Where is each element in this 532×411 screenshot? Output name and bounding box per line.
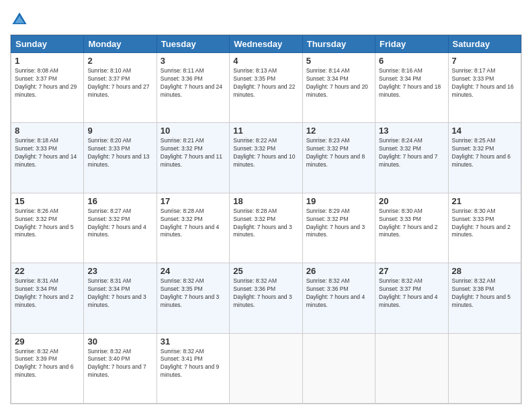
calendar-cell: 6Sunrise: 8:16 AMSunset: 3:34 PMDaylight… [375,53,448,123]
day-number: 15 [15,196,80,206]
day-info: Sunrise: 8:28 AMSunset: 3:32 PMDaylight:… [233,208,298,240]
header-cell-monday: Monday [84,36,157,53]
header-cell-saturday: Saturday [448,36,521,53]
calendar-cell: 15Sunrise: 8:26 AMSunset: 3:32 PMDayligh… [11,193,84,263]
day-number: 26 [306,266,371,276]
day-number: 11 [233,126,298,136]
day-info: Sunrise: 8:32 AMSunset: 3:38 PMDaylight:… [452,277,517,310]
day-number: 28 [452,266,517,276]
day-number: 14 [452,126,517,136]
day-number: 25 [233,266,298,276]
day-info: Sunrise: 8:32 AMSunset: 3:36 PMDaylight:… [233,277,298,310]
calendar-cell: 3Sunrise: 8:11 AMSunset: 3:36 PMDaylight… [157,53,229,123]
day-number: 8 [15,126,80,136]
calendar-cell: 29Sunrise: 8:32 AMSunset: 3:39 PMDayligh… [11,333,84,403]
day-info: Sunrise: 8:24 AMSunset: 3:32 PMDaylight:… [379,137,444,169]
calendar-body: 1Sunrise: 8:08 AMSunset: 3:37 PMDaylight… [11,53,521,404]
calendar-cell: 14Sunrise: 8:25 AMSunset: 3:32 PMDayligh… [448,123,521,193]
calendar-cell: 7Sunrise: 8:17 AMSunset: 3:33 PMDaylight… [448,53,521,123]
calendar-header: SundayMondayTuesdayWednesdayThursdayFrid… [11,36,521,53]
day-info: Sunrise: 8:27 AMSunset: 3:32 PMDaylight:… [87,208,152,240]
calendar-cell: 10Sunrise: 8:21 AMSunset: 3:32 PMDayligh… [157,123,229,193]
header-cell-sunday: Sunday [11,36,84,53]
header-cell-friday: Friday [375,36,448,53]
calendar-cell: 18Sunrise: 8:28 AMSunset: 3:32 PMDayligh… [230,193,302,263]
calendar-row: 8Sunrise: 8:18 AMSunset: 3:33 PMDaylight… [11,123,521,193]
header-row: SundayMondayTuesdayWednesdayThursdayFrid… [11,36,521,53]
calendar-cell: 12Sunrise: 8:23 AMSunset: 3:32 PMDayligh… [302,123,375,193]
day-number: 18 [233,196,298,206]
day-info: Sunrise: 8:28 AMSunset: 3:32 PMDaylight:… [161,208,226,240]
calendar-cell: 20Sunrise: 8:30 AMSunset: 3:33 PMDayligh… [375,193,448,263]
day-number: 10 [161,126,226,136]
header [10,10,522,29]
day-info: Sunrise: 8:32 AMSunset: 3:41 PMDaylight:… [161,348,226,380]
day-number: 1 [15,56,80,66]
day-number: 6 [379,56,444,66]
calendar-cell: 22Sunrise: 8:31 AMSunset: 3:34 PMDayligh… [11,263,84,333]
calendar: SundayMondayTuesdayWednesdayThursdayFrid… [10,34,522,404]
page: SundayMondayTuesdayWednesdayThursdayFrid… [0,0,532,411]
header-cell-tuesday: Tuesday [157,36,229,53]
day-info: Sunrise: 8:32 AMSunset: 3:36 PMDaylight:… [306,277,371,310]
calendar-cell: 23Sunrise: 8:31 AMSunset: 3:34 PMDayligh… [84,263,157,333]
day-number: 12 [306,126,371,136]
calendar-cell: 21Sunrise: 8:30 AMSunset: 3:33 PMDayligh… [448,193,521,263]
day-info: Sunrise: 8:32 AMSunset: 3:37 PMDaylight:… [379,277,444,310]
calendar-cell: 1Sunrise: 8:08 AMSunset: 3:37 PMDaylight… [11,53,84,123]
calendar-cell [230,333,302,403]
day-info: Sunrise: 8:23 AMSunset: 3:32 PMDaylight:… [306,137,371,169]
calendar-cell: 2Sunrise: 8:10 AMSunset: 3:37 PMDaylight… [84,53,157,123]
calendar-cell: 31Sunrise: 8:32 AMSunset: 3:41 PMDayligh… [157,333,229,403]
header-cell-wednesday: Wednesday [230,36,302,53]
day-info: Sunrise: 8:08 AMSunset: 3:37 PMDaylight:… [15,67,80,99]
day-number: 13 [379,126,444,136]
calendar-row: 15Sunrise: 8:26 AMSunset: 3:32 PMDayligh… [11,193,521,263]
calendar-cell: 5Sunrise: 8:14 AMSunset: 3:34 PMDaylight… [302,53,375,123]
day-info: Sunrise: 8:32 AMSunset: 3:39 PMDaylight:… [15,348,80,380]
day-number: 17 [161,196,226,206]
day-number: 22 [15,266,80,276]
calendar-cell: 9Sunrise: 8:20 AMSunset: 3:33 PMDaylight… [84,123,157,193]
calendar-cell: 4Sunrise: 8:13 AMSunset: 3:35 PMDaylight… [230,53,302,123]
calendar-cell: 17Sunrise: 8:28 AMSunset: 3:32 PMDayligh… [157,193,229,263]
calendar-cell: 24Sunrise: 8:32 AMSunset: 3:35 PMDayligh… [157,263,229,333]
day-number: 27 [379,266,444,276]
day-number: 2 [87,56,152,66]
calendar-cell: 25Sunrise: 8:32 AMSunset: 3:36 PMDayligh… [230,263,302,333]
calendar-cell: 26Sunrise: 8:32 AMSunset: 3:36 PMDayligh… [302,263,375,333]
day-number: 19 [306,196,371,206]
calendar-table: SundayMondayTuesdayWednesdayThursdayFrid… [11,35,521,404]
calendar-cell [302,333,375,403]
day-info: Sunrise: 8:20 AMSunset: 3:33 PMDaylight:… [87,137,152,169]
day-info: Sunrise: 8:29 AMSunset: 3:32 PMDaylight:… [306,208,371,240]
day-info: Sunrise: 8:17 AMSunset: 3:33 PMDaylight:… [452,67,517,99]
day-info: Sunrise: 8:22 AMSunset: 3:32 PMDaylight:… [233,137,298,169]
day-info: Sunrise: 8:31 AMSunset: 3:34 PMDaylight:… [15,277,80,310]
day-number: 7 [452,56,517,66]
day-number: 23 [87,266,152,276]
calendar-cell: 11Sunrise: 8:22 AMSunset: 3:32 PMDayligh… [230,123,302,193]
day-number: 30 [87,336,152,347]
day-number: 4 [233,56,298,66]
day-info: Sunrise: 8:26 AMSunset: 3:32 PMDaylight:… [15,208,80,240]
calendar-cell: 30Sunrise: 8:32 AMSunset: 3:40 PMDayligh… [84,333,157,403]
day-info: Sunrise: 8:25 AMSunset: 3:32 PMDaylight:… [452,137,517,169]
day-info: Sunrise: 8:32 AMSunset: 3:35 PMDaylight:… [161,277,226,310]
day-info: Sunrise: 8:30 AMSunset: 3:33 PMDaylight:… [379,208,444,240]
day-number: 16 [87,196,152,206]
day-info: Sunrise: 8:21 AMSunset: 3:32 PMDaylight:… [161,137,226,169]
day-number: 5 [306,56,371,66]
day-info: Sunrise: 8:18 AMSunset: 3:33 PMDaylight:… [15,137,80,169]
day-number: 3 [161,56,226,66]
calendar-cell: 8Sunrise: 8:18 AMSunset: 3:33 PMDaylight… [11,123,84,193]
day-info: Sunrise: 8:10 AMSunset: 3:37 PMDaylight:… [87,67,152,99]
day-number: 29 [15,336,80,347]
day-info: Sunrise: 8:13 AMSunset: 3:35 PMDaylight:… [233,67,298,99]
day-number: 9 [87,126,152,136]
day-info: Sunrise: 8:14 AMSunset: 3:34 PMDaylight:… [306,67,371,99]
header-cell-thursday: Thursday [302,36,375,53]
calendar-row: 22Sunrise: 8:31 AMSunset: 3:34 PMDayligh… [11,263,521,333]
day-info: Sunrise: 8:16 AMSunset: 3:34 PMDaylight:… [379,67,444,99]
calendar-cell: 28Sunrise: 8:32 AMSunset: 3:38 PMDayligh… [448,263,521,333]
